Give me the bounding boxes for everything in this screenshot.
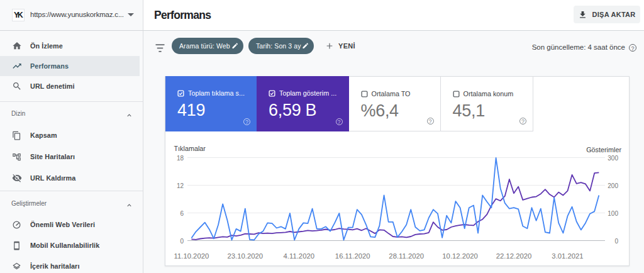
- svg-text:3.01.2021: 3.01.2021: [552, 252, 583, 260]
- svg-text:12: 12: [177, 182, 184, 189]
- svg-text:100: 100: [608, 210, 618, 217]
- svg-text:18: 18: [177, 155, 184, 162]
- svg-text:200: 200: [608, 182, 618, 189]
- svg-text:6: 6: [180, 210, 184, 217]
- svg-text:22.12.2020: 22.12.2020: [496, 252, 532, 260]
- svg-text:16.11.2020: 16.11.2020: [335, 252, 370, 260]
- svg-text:4.11.2020: 4.11.2020: [284, 252, 314, 260]
- svg-text:0: 0: [180, 238, 184, 245]
- svg-text:11.10.2020: 11.10.2020: [174, 252, 209, 260]
- svg-text:10.12.2020: 10.12.2020: [442, 252, 478, 260]
- svg-text:300: 300: [608, 155, 618, 162]
- svg-text:23.10.2020: 23.10.2020: [228, 252, 264, 260]
- svg-text:28.11.2020: 28.11.2020: [389, 252, 424, 260]
- svg-text:0: 0: [614, 238, 618, 245]
